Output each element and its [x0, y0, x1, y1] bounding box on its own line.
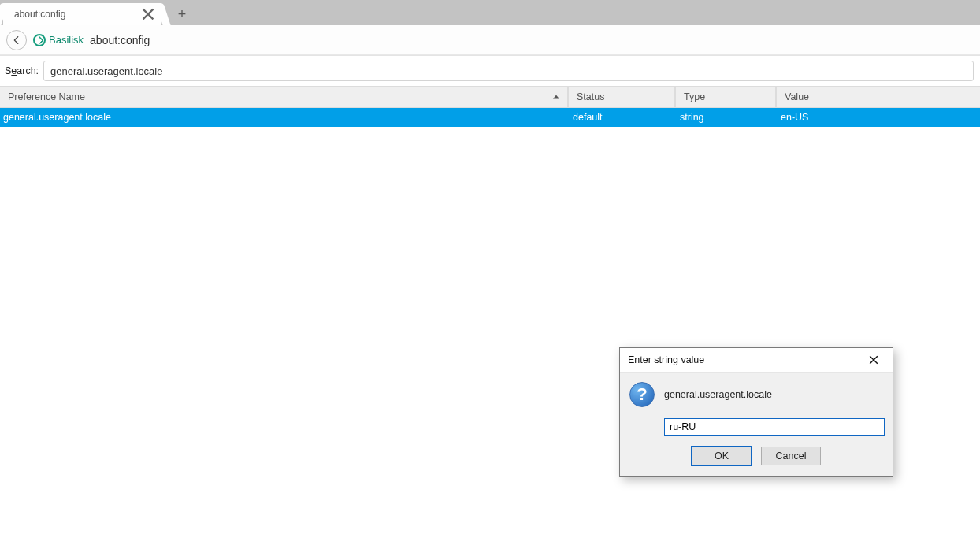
site-identity[interactable]: Basilisk: [33, 34, 84, 46]
ok-button[interactable]: OK: [692, 447, 752, 465]
url-text[interactable]: about:config: [90, 34, 150, 46]
column-header-type[interactable]: Type: [675, 87, 776, 107]
table-header: Preference Name Status Type Value: [0, 86, 980, 108]
dialog-body: ? general.useragent.locale OK Cancel: [620, 373, 893, 476]
cell-pref-name: general.useragent.locale: [0, 112, 568, 123]
column-header-name-label: Preference Name: [8, 91, 85, 102]
tab-strip: about:config +: [0, 0, 980, 25]
new-tab-button[interactable]: +: [173, 6, 191, 23]
basilisk-icon: [33, 34, 46, 46]
search-input[interactable]: [43, 61, 974, 81]
string-value-dialog: Enter string value ? general.useragent.l…: [619, 347, 893, 477]
search-row: Search:: [0, 56, 980, 86]
table-row[interactable]: general.useragent.locale default string …: [0, 108, 980, 127]
column-header-value-label: Value: [785, 91, 809, 102]
nav-bar: Basilisk about:config: [0, 25, 980, 55]
cancel-button[interactable]: Cancel: [761, 447, 821, 465]
dialog-title: Enter string value: [628, 354, 858, 365]
cell-type: string: [675, 112, 776, 123]
column-header-value[interactable]: Value: [776, 87, 980, 107]
tab-title: about:config: [14, 9, 142, 20]
browser-tab[interactable]: about:config: [3, 3, 161, 25]
cell-value: en-US: [776, 112, 980, 123]
sort-ascending-icon: [553, 95, 559, 99]
question-icon: ?: [629, 382, 655, 407]
close-tab-icon[interactable]: [142, 8, 154, 20]
column-header-name[interactable]: Preference Name: [0, 87, 568, 107]
column-header-status[interactable]: Status: [568, 87, 675, 107]
dialog-pref-name: general.useragent.locale: [664, 389, 772, 400]
dialog-titlebar[interactable]: Enter string value: [620, 348, 893, 373]
dialog-close-button[interactable]: [858, 350, 889, 370]
back-button[interactable]: [6, 30, 27, 50]
identity-label: Basilisk: [49, 34, 84, 46]
dialog-value-input[interactable]: [664, 418, 885, 436]
search-label: Search:: [5, 65, 39, 76]
cell-status: default: [568, 112, 675, 123]
column-header-type-label: Type: [684, 91, 705, 102]
column-header-status-label: Status: [577, 91, 604, 102]
